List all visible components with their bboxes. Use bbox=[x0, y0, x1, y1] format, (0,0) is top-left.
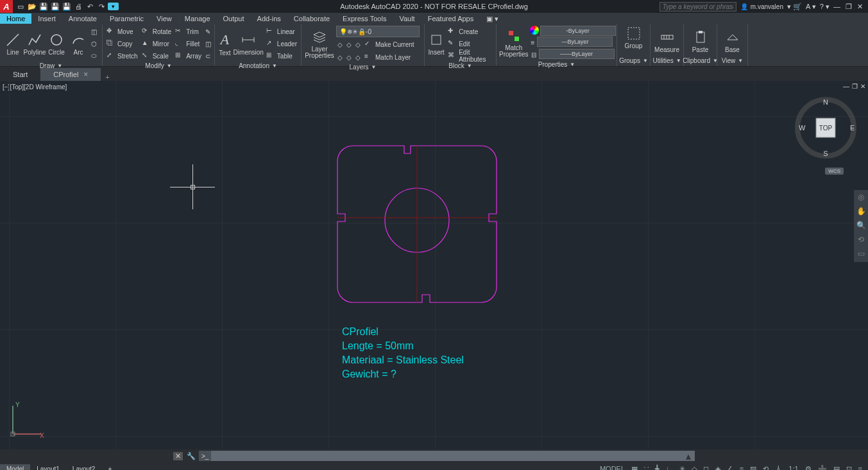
match-properties-button[interactable]: Match Properties bbox=[499, 28, 529, 58]
nav-showmotion-icon[interactable]: ▭ bbox=[856, 249, 866, 259]
measure-button[interactable]: Measure bbox=[653, 30, 681, 53]
user-menu[interactable]: 👤 m.vanvalen bbox=[740, 3, 783, 10]
leader-tool[interactable]: ↗Leader bbox=[265, 38, 298, 49]
undo-icon[interactable]: ↶ bbox=[85, 1, 95, 12]
lineweight-icon[interactable]: ≡ bbox=[530, 37, 536, 48]
nav-pan-icon[interactable]: ✋ bbox=[856, 207, 866, 217]
linetype-dropdown[interactable]: —— ByLayer bbox=[539, 49, 615, 59]
cmd-dropdown-icon[interactable]: ▴ bbox=[682, 450, 695, 462]
layout-tab-model[interactable]: Model bbox=[0, 464, 30, 471]
help-icon[interactable]: ? ▾ bbox=[820, 3, 830, 11]
infer-toggle-icon[interactable]: ╋ bbox=[653, 465, 661, 471]
nav-zoom-icon[interactable]: 🔍 bbox=[856, 221, 866, 231]
tab-addins[interactable]: Add-ins bbox=[251, 13, 287, 24]
layer-btn-3[interactable]: ◇ bbox=[354, 39, 362, 50]
filetab-start[interactable]: Start bbox=[0, 68, 40, 81]
cmd-close-icon[interactable]: ✕ bbox=[173, 452, 183, 460]
modify-misc-3[interactable]: ⊂ bbox=[204, 50, 212, 62]
tab-parametric[interactable]: Parametric bbox=[103, 13, 150, 24]
tab-extra-icon[interactable]: ▣ ▾ bbox=[480, 13, 505, 24]
cloud-save-icon[interactable]: 💾 bbox=[62, 1, 72, 12]
tab-expresstools[interactable]: Express Tools bbox=[336, 13, 393, 24]
annotation-monitor-icon[interactable]: ➕ bbox=[816, 465, 829, 471]
modify-misc-2[interactable]: ◫ bbox=[204, 38, 212, 49]
stretch-tool[interactable]: ⤢Stretch bbox=[105, 50, 139, 62]
wcs-badge[interactable]: WCS bbox=[825, 168, 844, 175]
modify-misc-1[interactable]: ✎ bbox=[204, 26, 212, 37]
new-icon[interactable]: ▭ bbox=[15, 1, 26, 12]
close-tab-icon[interactable]: × bbox=[83, 70, 88, 79]
arc-tool[interactable]: Arc bbox=[68, 32, 89, 56]
text-tool[interactable]: AText bbox=[217, 31, 232, 57]
mirror-tool[interactable]: ▲Mirror bbox=[140, 38, 173, 49]
tab-manage[interactable]: Manage bbox=[178, 13, 217, 24]
redo-icon[interactable]: ↷ bbox=[96, 1, 106, 12]
panel-view-title[interactable]: View▼ bbox=[720, 57, 745, 65]
polyline-tool[interactable]: Polyline bbox=[24, 32, 45, 56]
fillet-tool[interactable]: ◟Fillet bbox=[174, 38, 203, 49]
match-layer-button[interactable]: ≡Match Layer bbox=[363, 51, 412, 63]
drawing-canvas[interactable]: — ❐ ✕ [−][Top][2D Wireframe] CProfiel Le… bbox=[0, 81, 868, 449]
tab-vault[interactable]: Vault bbox=[393, 13, 421, 24]
panel-annotation-title[interactable]: Annotation▼ bbox=[217, 62, 298, 70]
draw-misc-1[interactable]: ◫ bbox=[90, 26, 98, 37]
units-icon[interactable]: ▤ bbox=[831, 465, 842, 471]
close-button[interactable]: ✕ bbox=[857, 3, 863, 11]
tab-output[interactable]: Output bbox=[217, 13, 251, 24]
lineweight-toggle-icon[interactable]: ≡ bbox=[738, 465, 745, 470]
viewcube[interactable]: TOP N S W E bbox=[795, 97, 856, 159]
dimension-tool[interactable]: Dimension bbox=[234, 32, 264, 56]
otrack-toggle-icon[interactable]: ∠ bbox=[725, 465, 735, 471]
panel-block-title[interactable]: Block▼ bbox=[427, 62, 493, 70]
move-tool[interactable]: ✥Move bbox=[105, 26, 139, 37]
polar-toggle-icon[interactable]: ✳ bbox=[677, 465, 687, 471]
line-tool[interactable]: Line bbox=[3, 32, 23, 56]
ortho-toggle-icon[interactable]: ∟ bbox=[664, 465, 675, 470]
draw-misc-3[interactable]: ⬭ bbox=[90, 50, 98, 62]
scale-tool[interactable]: ⤡Scale bbox=[140, 50, 173, 62]
layer-btn-6[interactable]: ◇ bbox=[354, 51, 362, 63]
panel-layers-title[interactable]: Layers▼ bbox=[304, 63, 421, 71]
scale-display[interactable]: 1:1 bbox=[787, 465, 800, 470]
osnap-toggle-icon[interactable]: ◻ bbox=[701, 465, 711, 471]
insert-button[interactable]: Insert bbox=[427, 32, 445, 56]
iso-toggle-icon[interactable]: ◇ bbox=[690, 465, 699, 471]
paste-button[interactable]: Paste bbox=[686, 30, 714, 53]
annoscale-icon[interactable]: 人 bbox=[773, 464, 784, 471]
panel-utilities-title[interactable]: Utilities▼ bbox=[653, 57, 681, 65]
layout-tab-layout2[interactable]: Layout2 bbox=[66, 464, 102, 471]
viewport-restore-icon[interactable]: ❐ bbox=[852, 83, 858, 90]
create-block-button[interactable]: ✚Create bbox=[447, 26, 493, 37]
command-input[interactable] bbox=[211, 451, 682, 461]
color-swatch[interactable] bbox=[530, 26, 539, 35]
color-dropdown[interactable]: ▫ ByLayer bbox=[540, 26, 616, 36]
tab-home[interactable]: Home bbox=[0, 13, 31, 24]
search-input[interactable] bbox=[660, 2, 736, 12]
panel-modify-title[interactable]: Modify▼ bbox=[105, 62, 212, 70]
save-icon[interactable]: 💾 bbox=[38, 1, 49, 12]
customize-status-icon[interactable]: ≡ bbox=[856, 465, 864, 470]
lineweight-dropdown[interactable]: — ByLayer bbox=[537, 37, 613, 47]
layer-btn-1[interactable]: ◇ bbox=[336, 39, 344, 50]
transparency-toggle-icon[interactable]: ▨ bbox=[748, 465, 758, 471]
layout-tab-add[interactable]: + bbox=[101, 464, 118, 471]
snap-toggle-icon[interactable]: ⸬ bbox=[642, 465, 651, 471]
tab-view[interactable]: View bbox=[150, 13, 178, 24]
saveas-icon[interactable]: 💾 bbox=[50, 1, 60, 12]
layer-btn-4[interactable]: ◇ bbox=[336, 51, 344, 63]
make-current-button[interactable]: ✓Make Current bbox=[363, 39, 416, 50]
linear-tool[interactable]: ⊢Linear bbox=[265, 26, 298, 37]
open-icon[interactable]: 📂 bbox=[27, 1, 37, 12]
model-space-button[interactable]: MODEL bbox=[598, 465, 627, 470]
minimize-button[interactable]: — bbox=[833, 3, 840, 11]
layer-btn-2[interactable]: ◇ bbox=[345, 39, 353, 50]
3dosnap-toggle-icon[interactable]: ◈ bbox=[713, 465, 722, 471]
circle-tool[interactable]: Circle bbox=[46, 32, 67, 56]
restore-button[interactable]: ❐ bbox=[846, 3, 852, 11]
draw-misc-2[interactable]: ⬡ bbox=[90, 38, 98, 49]
panel-clipboard-title[interactable]: Clipboard▼ bbox=[686, 57, 714, 65]
table-tool[interactable]: ⊞Table bbox=[265, 50, 298, 62]
layer-properties-button[interactable]: Layer Properties bbox=[304, 30, 335, 59]
exchange-icon[interactable]: ▾ 🛒 bbox=[787, 3, 802, 11]
edit-attributes-button[interactable]: ⌘Edit Attributes bbox=[447, 50, 493, 62]
